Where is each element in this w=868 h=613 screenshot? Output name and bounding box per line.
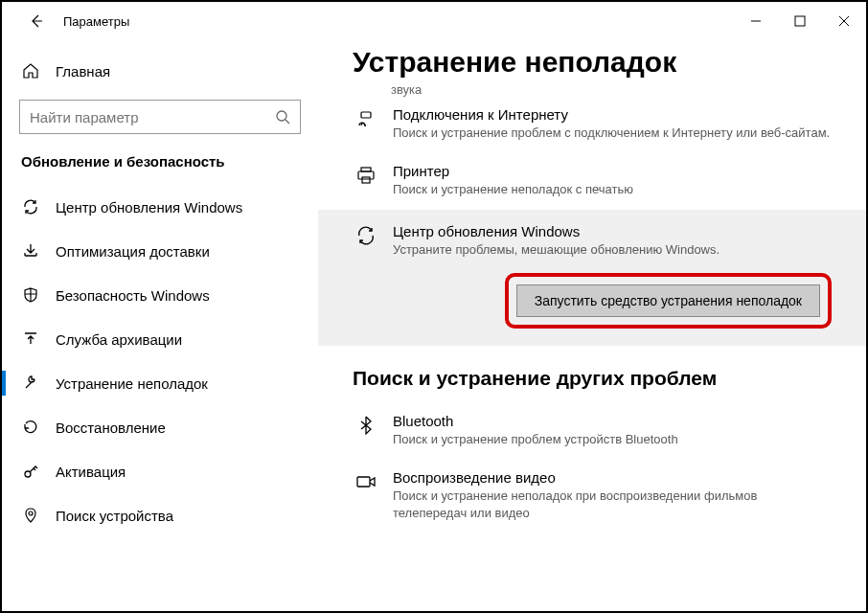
sidebar-item-backup[interactable]: Служба архивации	[2, 317, 318, 361]
close-button[interactable]	[822, 2, 866, 40]
window-controls	[734, 2, 866, 40]
download-icon	[21, 242, 40, 260]
sidebar-item-label: Служба архивации	[56, 331, 182, 348]
troubleshooter-bluetooth[interactable]: Bluetooth Поиск и устранение проблем уст…	[353, 403, 832, 460]
svg-rect-10	[362, 177, 370, 183]
sidebar-item-label: Восстановление	[56, 420, 166, 436]
home-icon	[21, 62, 40, 79]
svg-rect-9	[358, 171, 374, 179]
svg-line-3	[286, 120, 289, 124]
wifi-icon	[353, 106, 379, 142]
search-box[interactable]	[19, 100, 301, 134]
troubleshooter-desc: Поиск и устранение проблем устройств Blu…	[393, 431, 832, 448]
shield-icon	[21, 286, 40, 304]
search-icon	[275, 109, 290, 125]
troubleshooter-title: Центр обновления Windows	[393, 223, 832, 239]
troubleshooter-windows-update[interactable]: Центр обновления Windows Устраните пробл…	[318, 210, 866, 345]
video-icon	[353, 469, 379, 522]
svg-point-2	[277, 111, 286, 121]
sidebar-section-title: Обновление и безопасность	[2, 148, 318, 185]
troubleshooter-title: Воспроизведение видео	[393, 469, 832, 486]
svg-rect-6	[361, 112, 371, 118]
home-link[interactable]: Главная	[2, 52, 318, 90]
sync-icon	[353, 223, 379, 259]
troubleshooter-internet[interactable]: Подключения к Интернету Поиск и устранен…	[353, 97, 832, 153]
backup-icon	[21, 330, 40, 348]
sidebar-item-label: Поиск устройства	[56, 508, 173, 524]
sidebar-item-activation[interactable]: Активация	[2, 449, 318, 493]
sync-icon	[21, 198, 40, 216]
sidebar-item-label: Активация	[56, 464, 126, 480]
main-content: Устранение неполадок звука Подключения к…	[318, 40, 866, 613]
svg-rect-8	[361, 168, 371, 171]
sidebar-item-windows-security[interactable]: Безопасность Windows	[2, 273, 318, 317]
troubleshooter-title: Bluetooth	[393, 413, 832, 429]
run-troubleshooter-button[interactable]: Запустить средство устранения неполадок	[516, 284, 820, 317]
home-label: Главная	[56, 63, 110, 79]
sidebar-item-recovery[interactable]: Восстановление	[2, 405, 318, 449]
sidebar-item-windows-update[interactable]: Центр обновления Windows	[2, 185, 318, 229]
svg-rect-11	[357, 477, 370, 487]
minimize-icon	[750, 15, 762, 27]
bluetooth-icon	[353, 413, 379, 448]
sidebar-item-label: Оптимизация доставки	[56, 243, 210, 260]
sidebar: Главная Обновление и безопасность Центр …	[2, 40, 318, 613]
sidebar-item-label: Центр обновления Windows	[56, 199, 242, 216]
troubleshooter-printer[interactable]: Принтер Поиск и устранение неполадок с п…	[353, 153, 832, 210]
troubleshooter-desc: Поиск и устранение проблем с подключение…	[393, 125, 832, 142]
wrench-icon	[21, 375, 40, 392]
sidebar-item-find-device[interactable]: Поиск устройства	[2, 493, 318, 537]
troubleshooter-video-playback[interactable]: Воспроизведение видео Поиск и устранение…	[353, 460, 832, 534]
svg-point-5	[29, 511, 33, 515]
sidebar-item-troubleshoot[interactable]: Устранение неполадок	[2, 361, 318, 405]
troubleshooter-desc: Поиск и устранение неполадок при воспрои…	[393, 488, 832, 522]
sidebar-item-delivery-optimization[interactable]: Оптимизация доставки	[2, 229, 318, 273]
svg-rect-1	[795, 16, 805, 26]
printer-icon	[353, 163, 379, 198]
page-title: Устранение неполадок	[353, 46, 832, 79]
subheading: Поиск и устранение других проблем	[353, 367, 832, 390]
arrow-left-icon	[29, 13, 44, 29]
annotation-highlight: Запустить средство устранения неполадок	[505, 273, 832, 329]
sidebar-item-label: Безопасность Windows	[56, 287, 210, 304]
maximize-button[interactable]	[778, 2, 822, 40]
location-icon	[21, 507, 40, 524]
app-title: Параметры	[63, 14, 129, 29]
troubleshooter-desc: Устраните проблемы, мешающие обновлению …	[393, 241, 832, 259]
minimize-button[interactable]	[734, 2, 778, 40]
recovery-icon	[21, 419, 40, 436]
close-icon	[838, 15, 850, 27]
maximize-icon	[794, 15, 806, 27]
key-icon	[21, 463, 40, 480]
troubleshooter-title: Подключения к Интернету	[393, 106, 832, 123]
troubleshooter-title: Принтер	[393, 163, 832, 179]
truncated-text: звука	[353, 82, 832, 97]
troubleshooter-desc: Поиск и устранение неполадок с печатью	[393, 181, 832, 198]
sidebar-item-label: Устранение неполадок	[56, 375, 208, 392]
back-button[interactable]	[17, 2, 56, 40]
titlebar: Параметры	[2, 2, 866, 40]
search-input[interactable]	[30, 109, 275, 125]
svg-point-7	[364, 125, 366, 126]
